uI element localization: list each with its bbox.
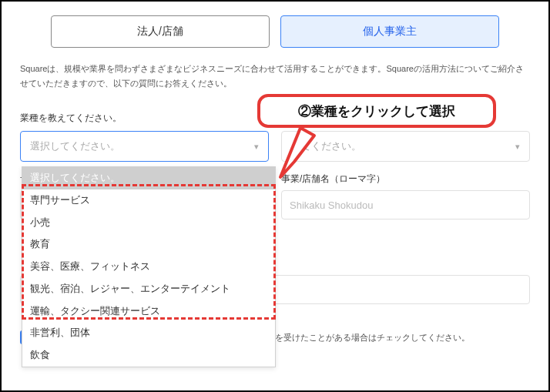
industry-detail-select[interactable]: してください。 ▾ bbox=[281, 131, 530, 162]
dropdown-option[interactable]: 運輸、タクシー関連サービス bbox=[22, 300, 275, 323]
industry-select-placeholder: 選択してください。 bbox=[30, 139, 120, 153]
dropdown-option[interactable]: 専門サービス bbox=[22, 189, 275, 212]
dropdown-option[interactable]: 飲食 bbox=[22, 344, 275, 367]
name-roman-input[interactable] bbox=[281, 190, 530, 219]
dropdown-option[interactable]: 美容、医療、フィットネス bbox=[22, 256, 275, 278]
industry-detail-placeholder: してください。 bbox=[291, 139, 361, 153]
dropdown-option[interactable]: 非営利、団体 bbox=[22, 322, 275, 344]
chevron-down-icon: ▾ bbox=[515, 142, 520, 152]
dropdown-option[interactable]: 教育 bbox=[22, 233, 275, 256]
industry-select[interactable]: 選択してください。 ▾ bbox=[20, 131, 269, 162]
dropdown-option[interactable]: 小売 bbox=[22, 212, 275, 234]
annotation-callout-text: ②業種をクリックして選択 bbox=[298, 102, 455, 120]
dropdown-option[interactable]: 選択してください。 bbox=[22, 167, 275, 189]
name-roman-label: 事業/店舗名（ローマ字） bbox=[281, 173, 530, 186]
industry-dropdown[interactable]: 選択してください。 専門サービス 小売 教育 美容、医療、フィットネス 観光、宿… bbox=[22, 166, 276, 367]
tab-sole-proprietor[interactable]: 個人事業主 bbox=[280, 15, 499, 48]
chevron-down-icon: ▾ bbox=[254, 142, 259, 152]
tab-corporate[interactable]: 法人/店舗 bbox=[51, 15, 270, 48]
intro-text: Squareは、規模や業界を問わずさまざまなビジネスニーズに合わせて活用すること… bbox=[20, 62, 530, 90]
dropdown-option[interactable]: 観光、宿泊、レジャー、エンターテイメント bbox=[22, 278, 275, 300]
annotation-callout: ②業種をクリックして選択 bbox=[257, 94, 496, 128]
